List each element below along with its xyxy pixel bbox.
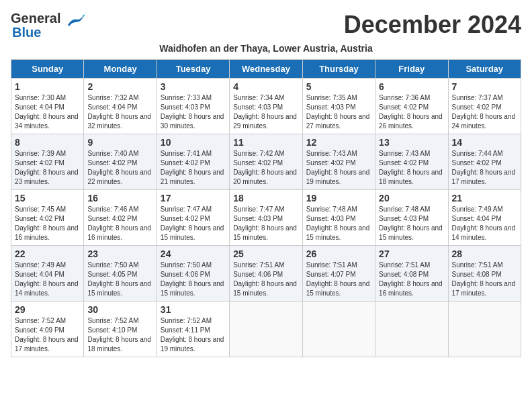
sunset-text: Sunset: 4:03 PM: [306, 103, 371, 112]
month-title: December 2024: [344, 11, 521, 39]
calendar-day-cell: 6 Sunrise: 7:36 AM Sunset: 4:02 PM Dayli…: [375, 78, 448, 134]
sunrise-text: Sunrise: 7:50 AM: [87, 261, 152, 270]
daylight-text: Daylight: 8 hours and 18 minutes.: [379, 168, 444, 187]
daylight-text: Daylight: 8 hours and 15 minutes.: [233, 279, 298, 298]
calendar-day-cell: 26 Sunrise: 7:51 AM Sunset: 4:07 PM Dayl…: [302, 245, 375, 301]
sunset-text: Sunset: 4:02 PM: [15, 158, 80, 168]
sunset-text: Sunset: 4:02 PM: [379, 103, 444, 112]
sunrise-text: Sunrise: 7:30 AM: [15, 93, 80, 103]
sunrise-text: Sunrise: 7:52 AM: [87, 316, 152, 326]
daylight-text: Daylight: 8 hours and 20 minutes.: [233, 168, 298, 187]
day-number: 13: [379, 137, 444, 148]
day-number: 19: [306, 193, 371, 203]
sunset-text: Sunset: 4:03 PM: [161, 103, 226, 112]
day-number: 29: [15, 304, 80, 315]
sunrise-text: Sunrise: 7:40 AM: [87, 149, 152, 158]
sunrise-text: Sunrise: 7:51 AM: [306, 261, 371, 270]
location-title: Waidhofen an der Thaya, Lower Austria, A…: [11, 43, 521, 54]
day-number: 27: [379, 248, 444, 259]
sunrise-text: Sunrise: 7:36 AM: [379, 93, 444, 103]
weekday-header: Friday: [375, 59, 448, 78]
sunset-text: Sunset: 4:04 PM: [452, 214, 517, 224]
calendar-day-cell: 10 Sunrise: 7:41 AM Sunset: 4:02 PM Dayl…: [157, 134, 229, 189]
day-number: 10: [161, 137, 226, 148]
day-info: Sunrise: 7:41 AM Sunset: 4:02 PM Dayligh…: [161, 149, 226, 187]
calendar-day-cell: 14 Sunrise: 7:44 AM Sunset: 4:02 PM Dayl…: [448, 134, 521, 189]
day-number: 1: [15, 81, 80, 92]
calendar-day-cell: 9 Sunrise: 7:40 AM Sunset: 4:02 PM Dayli…: [84, 134, 157, 189]
day-number: 26: [306, 248, 371, 259]
sunset-text: Sunset: 4:04 PM: [87, 103, 152, 112]
sunrise-text: Sunrise: 7:49 AM: [452, 205, 517, 214]
daylight-text: Daylight: 8 hours and 15 minutes.: [87, 279, 152, 298]
calendar-day-cell: 8 Sunrise: 7:39 AM Sunset: 4:02 PM Dayli…: [11, 134, 84, 189]
day-number: 12: [306, 137, 371, 148]
sunrise-text: Sunrise: 7:34 AM: [233, 93, 298, 103]
day-info: Sunrise: 7:48 AM Sunset: 4:03 PM Dayligh…: [306, 205, 371, 242]
daylight-text: Daylight: 8 hours and 17 minutes.: [15, 335, 80, 354]
day-info: Sunrise: 7:50 AM Sunset: 4:05 PM Dayligh…: [87, 261, 152, 298]
sunrise-text: Sunrise: 7:41 AM: [161, 149, 226, 158]
daylight-text: Daylight: 8 hours and 14 minutes.: [452, 224, 517, 242]
daylight-text: Daylight: 8 hours and 17 minutes.: [452, 279, 517, 298]
day-number: 21: [452, 193, 517, 203]
day-number: 2: [87, 81, 152, 92]
day-info: Sunrise: 7:51 AM Sunset: 4:06 PM Dayligh…: [233, 261, 298, 298]
day-info: Sunrise: 7:42 AM Sunset: 4:02 PM Dayligh…: [233, 149, 298, 187]
sunset-text: Sunset: 4:03 PM: [306, 214, 371, 224]
sunrise-text: Sunrise: 7:43 AM: [306, 149, 371, 158]
daylight-text: Daylight: 8 hours and 14 minutes.: [15, 279, 80, 298]
day-number: 8: [15, 137, 80, 148]
calendar-day-cell: 1 Sunrise: 7:30 AM Sunset: 4:04 PM Dayli…: [11, 78, 84, 134]
sunrise-text: Sunrise: 7:47 AM: [233, 205, 298, 214]
day-info: Sunrise: 7:43 AM Sunset: 4:02 PM Dayligh…: [306, 149, 371, 187]
calendar-table: SundayMondayTuesdayWednesdayThursdayFrid…: [11, 59, 521, 357]
daylight-text: Daylight: 8 hours and 15 minutes.: [306, 224, 371, 242]
sunrise-text: Sunrise: 7:50 AM: [161, 261, 226, 270]
daylight-text: Daylight: 8 hours and 21 minutes.: [161, 168, 226, 187]
day-number: 15: [15, 193, 80, 203]
day-info: Sunrise: 7:52 AM Sunset: 4:11 PM Dayligh…: [161, 316, 226, 354]
sunset-text: Sunset: 4:03 PM: [379, 214, 444, 224]
calendar-week-row: 15 Sunrise: 7:45 AM Sunset: 4:02 PM Dayl…: [11, 189, 521, 245]
calendar-day-cell: 4 Sunrise: 7:34 AM Sunset: 4:03 PM Dayli…: [230, 78, 302, 134]
day-number: 28: [452, 248, 517, 259]
sunset-text: Sunset: 4:11 PM: [161, 326, 226, 335]
day-info: Sunrise: 7:39 AM Sunset: 4:02 PM Dayligh…: [15, 149, 80, 187]
day-info: Sunrise: 7:52 AM Sunset: 4:10 PM Dayligh…: [87, 316, 152, 354]
daylight-text: Daylight: 8 hours and 22 minutes.: [87, 168, 152, 187]
day-info: Sunrise: 7:36 AM Sunset: 4:02 PM Dayligh…: [379, 93, 444, 131]
calendar-week-row: 22 Sunrise: 7:49 AM Sunset: 4:04 PM Dayl…: [11, 245, 521, 301]
calendar-day-cell: 21 Sunrise: 7:49 AM Sunset: 4:04 PM Dayl…: [448, 189, 521, 245]
sunrise-text: Sunrise: 7:51 AM: [452, 261, 517, 270]
calendar-day-cell: 18 Sunrise: 7:47 AM Sunset: 4:03 PM Dayl…: [230, 189, 302, 245]
calendar-day-cell: 17 Sunrise: 7:47 AM Sunset: 4:02 PM Dayl…: [157, 189, 229, 245]
daylight-text: Daylight: 8 hours and 16 minutes.: [87, 224, 152, 242]
sunrise-text: Sunrise: 7:47 AM: [161, 205, 226, 214]
calendar-week-row: 29 Sunrise: 7:52 AM Sunset: 4:09 PM Dayl…: [11, 301, 521, 357]
sunset-text: Sunset: 4:02 PM: [161, 214, 226, 224]
sunrise-text: Sunrise: 7:48 AM: [306, 205, 371, 214]
day-info: Sunrise: 7:49 AM Sunset: 4:04 PM Dayligh…: [452, 205, 517, 242]
daylight-text: Daylight: 8 hours and 24 minutes.: [452, 112, 517, 131]
calendar-body: 1 Sunrise: 7:30 AM Sunset: 4:04 PM Dayli…: [11, 78, 521, 357]
day-number: 11: [233, 137, 298, 148]
day-info: Sunrise: 7:40 AM Sunset: 4:02 PM Dayligh…: [87, 149, 152, 187]
calendar-day-cell: 27 Sunrise: 7:51 AM Sunset: 4:08 PM Dayl…: [375, 245, 448, 301]
day-number: 31: [161, 304, 226, 315]
logo: General Blue: [11, 11, 85, 40]
sunrise-text: Sunrise: 7:44 AM: [452, 149, 517, 158]
day-info: Sunrise: 7:45 AM Sunset: 4:02 PM Dayligh…: [15, 205, 80, 242]
sunset-text: Sunset: 4:02 PM: [233, 158, 298, 168]
weekday-header: Tuesday: [157, 59, 229, 78]
day-number: 4: [233, 81, 298, 92]
day-number: 9: [87, 137, 152, 148]
sunset-text: Sunset: 4:03 PM: [233, 103, 298, 112]
day-info: Sunrise: 7:46 AM Sunset: 4:02 PM Dayligh…: [87, 205, 152, 242]
calendar-day-cell: 3 Sunrise: 7:33 AM Sunset: 4:03 PM Dayli…: [157, 78, 229, 134]
calendar-day-cell: 13 Sunrise: 7:43 AM Sunset: 4:02 PM Dayl…: [375, 134, 448, 189]
calendar-day-cell: 31 Sunrise: 7:52 AM Sunset: 4:11 PM Dayl…: [157, 301, 229, 357]
sunrise-text: Sunrise: 7:52 AM: [15, 316, 80, 326]
weekday-header: Saturday: [448, 59, 521, 78]
month-title-block: December 2024: [344, 11, 521, 39]
